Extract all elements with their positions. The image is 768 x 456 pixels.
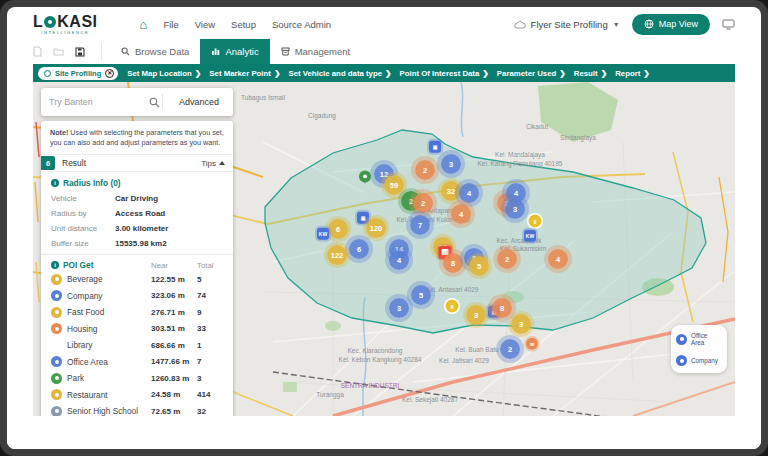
radius-label: Unit distance	[51, 224, 115, 233]
step-label: Report	[615, 69, 640, 78]
tips-toggle[interactable]: Tips	[201, 159, 225, 168]
poi-badge-marker[interactable]: KW	[317, 228, 329, 240]
poi-near-value: 1260.83 m	[151, 374, 197, 383]
advanced-button[interactable]: Advanced	[165, 97, 233, 107]
poi-name: Restaurant	[67, 390, 151, 400]
legend-item-office-area[interactable]: Office Area	[676, 332, 722, 346]
cluster-marker[interactable]: 2	[413, 193, 433, 213]
chevron-right-icon: ❯	[482, 69, 489, 78]
home-icon[interactable]: ⌂	[140, 18, 148, 31]
poi-badge-marker[interactable]: ✉	[526, 338, 538, 350]
poi-badge-marker[interactable]: ▣	[429, 141, 441, 153]
search-input[interactable]	[49, 97, 149, 107]
poi-near-value: 276.71 m	[151, 308, 197, 317]
map-view-button[interactable]: Map View	[632, 14, 710, 35]
left-panel: Advanced Note! Used with selecting the p…	[41, 88, 233, 416]
cluster-marker[interactable]: 6	[349, 239, 369, 259]
legend-item-company[interactable]: Company	[676, 355, 722, 366]
workspace-selector[interactable]: Flyer Site Profiling ▼	[514, 19, 620, 30]
result-count-badge: 6	[41, 156, 55, 170]
poi-row-fast-food[interactable]: Fast Food276.71 m9	[51, 304, 223, 321]
cluster-marker[interactable]: 3	[511, 314, 531, 334]
poi-name: Housing	[67, 324, 151, 334]
cluster-marker[interactable]: 3	[389, 298, 409, 318]
breadcrumb-step-point-of-interest-data[interactable]: Point Of Interest Data❯	[400, 69, 489, 78]
legend-label: Office Area	[691, 332, 722, 346]
breadcrumb-step-set-vehicle-and-data-type[interactable]: Set Vehicle and data type❯	[288, 69, 391, 78]
step-label: Set Vehicle and data type	[288, 69, 382, 78]
cluster-marker[interactable]: 2	[500, 339, 520, 359]
breadcrumb-step-set-marker-point[interactable]: Set Marker Point❯	[209, 69, 280, 78]
poi-pin-icon	[51, 290, 62, 301]
poi-row-housing[interactable]: Housing303.51 m33	[51, 321, 223, 338]
cluster-marker[interactable]: 4	[548, 249, 568, 269]
breadcrumb-step-report[interactable]: Report❯	[615, 69, 650, 78]
poi-row-park[interactable]: Park1260.83 m3	[51, 370, 223, 387]
breadcrumb-step-set-map-location[interactable]: Set Map Location❯	[127, 69, 201, 78]
logo-text-left: L	[33, 14, 43, 30]
cluster-marker[interactable]: 6	[328, 219, 348, 239]
cluster-marker[interactable]: 4	[451, 204, 471, 224]
cluster-marker[interactable]: 3	[505, 199, 525, 219]
cluster-marker[interactable]: 5	[469, 256, 489, 276]
cluster-marker[interactable]: 4	[389, 250, 409, 270]
management-tab[interactable]: Management	[270, 39, 361, 64]
cluster-marker[interactable]: 5	[411, 285, 431, 305]
save-icon[interactable]	[75, 47, 85, 57]
breadcrumb: Site Profiling ✕ Set Map Location❯Set Ma…	[33, 64, 735, 82]
search-card: Advanced	[41, 88, 233, 116]
cluster-marker[interactable]: 59	[384, 175, 404, 195]
bottom-strip	[7, 416, 761, 449]
cluster-marker[interactable]: 32	[441, 181, 461, 201]
poi-row-company[interactable]: Company323.06 m74	[51, 288, 223, 305]
park-pin-marker[interactable]	[359, 170, 371, 182]
analytic-tab[interactable]: Analytic	[200, 39, 269, 64]
roadblock-icon[interactable]: ‖	[529, 215, 542, 228]
breadcrumb-step-result[interactable]: Result❯	[574, 69, 607, 78]
cluster-marker[interactable]: 3	[466, 305, 486, 325]
breadcrumb-step-parameter-used[interactable]: Parameter Used❯	[497, 69, 566, 78]
breadcrumb-steps: Set Map Location❯Set Marker Point❯Set Ve…	[127, 69, 650, 78]
menu-item-source-admin[interactable]: Source Admin	[272, 19, 331, 30]
monitor-icon[interactable]	[722, 19, 735, 30]
site-profiling-tab[interactable]: Site Profiling ✕	[38, 67, 118, 80]
poi-pin-icon	[51, 323, 62, 334]
cluster-marker[interactable]: 122	[327, 245, 347, 265]
poi-row-office-area[interactable]: Office Area1477.66 m7	[51, 354, 223, 371]
search-icon	[121, 47, 130, 56]
cluster-marker[interactable]: 8	[492, 298, 512, 318]
cluster-marker[interactable]: 120	[366, 218, 386, 238]
poi-badge-marker[interactable]: KW	[524, 230, 536, 242]
new-file-icon[interactable]	[33, 46, 42, 57]
step-label: Set Marker Point	[209, 69, 271, 78]
cluster-marker[interactable]: 3	[441, 154, 461, 174]
target-icon	[44, 70, 51, 77]
poi-pin-icon	[51, 356, 62, 367]
menu-item-file[interactable]: File	[163, 19, 178, 30]
cluster-marker[interactable]: 2	[497, 249, 517, 269]
poi-pin-icon	[51, 406, 62, 416]
poi-name: Senior High School	[67, 406, 151, 416]
search-icon[interactable]	[149, 97, 160, 108]
poi-near-value: 1477.66 m	[151, 357, 197, 366]
cluster-marker[interactable]: 7	[410, 215, 430, 235]
chevron-right-icon: ❯	[643, 69, 650, 78]
poi-row-beverage[interactable]: Beverage122.55 m5	[51, 271, 223, 288]
close-icon[interactable]: ✕	[105, 69, 114, 78]
roadblock-icon[interactable]: ‖	[446, 300, 459, 313]
main-menu: FileViewSetupSource Admin	[163, 19, 331, 30]
poi-row-library[interactable]: Library686.66 m1	[51, 337, 223, 354]
cluster-marker[interactable]: 8	[443, 253, 463, 273]
menu-item-setup[interactable]: Setup	[231, 19, 256, 30]
poi-row-restaurant[interactable]: Restaurant24.58 m414	[51, 387, 223, 404]
cluster-marker[interactable]: 2	[415, 160, 435, 180]
menu-item-view[interactable]: View	[195, 19, 215, 30]
radius-value: 3.00 kilometer	[115, 224, 223, 233]
folder-icon[interactable]	[53, 47, 64, 56]
main-area: Tubagus IsmailCigadungCikadutSindanglaya…	[33, 82, 735, 416]
browse-data-tab[interactable]: Browse Data	[110, 39, 200, 64]
cluster-marker[interactable]: 4	[459, 183, 479, 203]
poi-row-senior-high-school[interactable]: Senior High School72.65 m32	[51, 403, 223, 416]
map-canvas[interactable]: Tubagus IsmailCigadungCikadutSindanglaya…	[33, 82, 735, 416]
caret-up-icon	[219, 161, 225, 165]
